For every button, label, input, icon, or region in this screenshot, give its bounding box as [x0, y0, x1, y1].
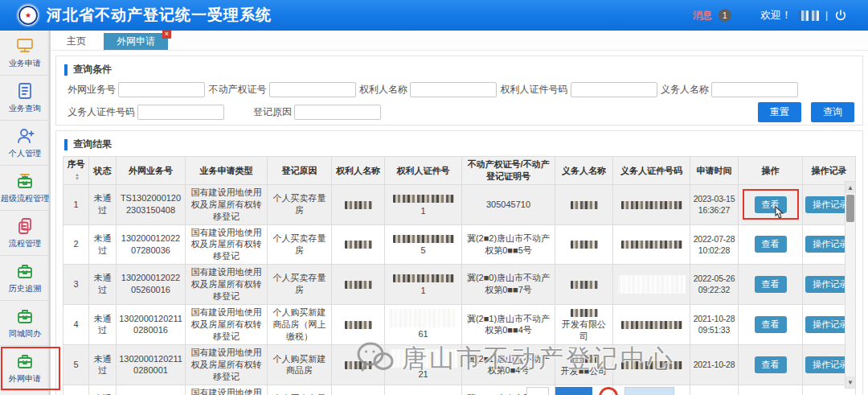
view-button[interactable]: 查看: [755, 236, 787, 253]
cell-seq: 1: [63, 185, 89, 225]
cell-reason: 个人买卖存量房: [268, 385, 332, 395]
pagination-box[interactable]: [526, 387, 549, 395]
query-field: 权利人名称: [359, 82, 497, 97]
section-accent-bar: [64, 139, 68, 150]
search-button[interactable]: 查询: [811, 102, 854, 122]
messages-count-badge[interactable]: 1: [719, 9, 731, 22]
column-header: 权利人证件号: [385, 157, 462, 185]
sort-icon[interactable]: ▲▼: [75, 173, 80, 182]
field-input[interactable]: [711, 82, 798, 97]
field-input[interactable]: [294, 105, 381, 120]
cell-cert-no: 冀(2■2)唐山市不动产权第0■■5号: [462, 224, 555, 265]
field-label: 权利人证件号码: [501, 83, 568, 97]
field-input[interactable]: [571, 82, 657, 97]
tab-close-icon[interactable]: ×: [162, 30, 171, 39]
cell-status: 未通过: [89, 345, 117, 385]
tab-external-apply[interactable]: 外网申请×: [104, 33, 168, 50]
obligor-id-redacted: [621, 361, 682, 369]
briefcase-icon: [15, 307, 35, 326]
field-input[interactable]: [137, 105, 224, 120]
cell-holder-id: 1: [385, 265, 462, 305]
cell-reason: 个人购买新建商品房: [268, 345, 332, 385]
cell-cert-no: 冀(2■1)唐山市不动产权第0■4号: [462, 345, 555, 385]
cell-seq: 3: [63, 265, 89, 305]
results-table: 序号▲▼状态外网业务号业务申请类型登记原因权利人名称权利人证件号不动产权证号/不…: [63, 156, 856, 395]
cell-cert-no: 305045710: [462, 185, 555, 225]
scroll-up-icon[interactable]: ▲: [845, 182, 855, 193]
holder-name-redacted: [345, 321, 372, 329]
cell-holder-id: 5: [385, 224, 462, 265]
holder-id-visible: 1: [387, 285, 459, 297]
sidebar-item-label: 业务查询: [9, 103, 41, 114]
scrollbar-thumb[interactable]: [846, 195, 854, 222]
copy-icon: [15, 216, 35, 236]
sidebar-item-super-flow[interactable]: 超级流程管理: [0, 166, 50, 211]
cell-reason: 个人买卖存量房: [268, 265, 332, 305]
sidebar-item-personal-manage[interactable]: 个人管理: [0, 121, 50, 166]
cell-obligor-name: [555, 265, 613, 305]
view-button[interactable]: 查看: [755, 316, 787, 333]
view-button[interactable]: 查看: [755, 356, 787, 373]
cell-operation: 查看: [739, 265, 803, 305]
holder-id-visible: 5: [387, 245, 459, 257]
vertical-scrollbar[interactable]: ▲ ▼: [845, 181, 856, 389]
cell-reason: 个人买卖存量房: [268, 224, 332, 265]
sidebar-item-same-city[interactable]: 同城同办: [0, 301, 50, 346]
sidebar-item-flow-manage[interactable]: 流程管理: [0, 211, 50, 256]
holder-name-redacted: [345, 361, 372, 369]
briefcase-icon: [15, 352, 35, 371]
app-header: ★ 河北省不动产登记统一受理系统 消息 1 欢迎！ |: [0, 0, 868, 31]
table-row: 2未通过13020001202207280036国有建设用地使用权及房屋所有权转…: [63, 224, 856, 265]
sidebar-item-label: 流程管理: [9, 238, 41, 249]
holder-id-redacted: [393, 235, 454, 243]
field-input[interactable]: [410, 82, 497, 97]
messages-link[interactable]: 消息: [693, 9, 712, 23]
query-buttons: 重置查询: [758, 102, 854, 122]
view-button[interactable]: 查看: [755, 196, 787, 213]
sidebar-item-business-apply[interactable]: 业务申请: [0, 31, 50, 76]
field-input[interactable]: [269, 82, 356, 97]
column-header: 操作: [739, 157, 803, 185]
sidebar-item-external-apply[interactable]: 外网申请: [0, 346, 50, 391]
query-section-title: 查询条件: [56, 56, 862, 80]
view-button[interactable]: 查看: [755, 276, 787, 293]
holder-name-redacted: [345, 201, 372, 209]
field-input[interactable]: [118, 82, 205, 97]
cell-apply-type: 国有建设用地使用权及房屋所有权转移登记: [186, 345, 268, 385]
column-header: 义务人证件号码: [613, 157, 690, 185]
briefcase-icon: [15, 261, 35, 281]
scroll-down-icon[interactable]: ▼: [845, 376, 855, 388]
welcome-label: 欢迎！: [760, 8, 792, 23]
sidebar-item-more[interactable]: [0, 391, 50, 395]
cell-operation: 查看: [739, 224, 803, 265]
cell-apply-time: 2021-10-28: [690, 345, 739, 385]
cell-biz-no: 13020001202106200047: [117, 385, 186, 395]
obligor-name-visible: 开发有限公司: [558, 319, 610, 343]
reset-button[interactable]: 重置: [758, 102, 801, 122]
tab-bar: 主页外网申请×: [51, 31, 868, 51]
table-row: 1未通过TS13020001202303150408国有建设用地使用权及房屋所有…: [63, 185, 856, 225]
logout-power-icon[interactable]: [834, 9, 847, 22]
sidebar-item-business-query[interactable]: 业务查询: [0, 76, 50, 121]
column-header: 不动产权证号/不动产登记证明号: [462, 157, 555, 185]
field-label: 外网业务号: [68, 83, 116, 97]
query-field: 义务人名称: [661, 82, 798, 97]
app-title: 河北省不动产登记统一受理系统: [47, 5, 272, 26]
obligor-name-redacted: [571, 201, 598, 209]
tab-label: 主页: [67, 35, 86, 48]
pagination-box[interactable]: [624, 387, 674, 395]
query-field: 不动产权证号: [209, 82, 356, 97]
sidebar-item-history-trace[interactable]: 历史追溯: [0, 256, 50, 301]
cell-obligor-id: [613, 265, 690, 305]
username-redacted: [798, 10, 819, 21]
cell-obligor-id: [613, 345, 690, 385]
results-section-title: 查询结果: [56, 131, 862, 154]
cell-status: 未通过: [89, 224, 117, 265]
cell-status: 未通过: [89, 185, 117, 225]
tab-home[interactable]: 主页: [57, 33, 96, 50]
obligor-name-redacted: [571, 281, 598, 289]
pagination-strip: [526, 387, 674, 395]
holder-id-visible: 1: [387, 205, 459, 217]
table-row: 5未通过13020001202110280001国有建设用地使用权及房屋所有权转…: [63, 345, 856, 385]
pagination-current[interactable]: [555, 387, 592, 395]
